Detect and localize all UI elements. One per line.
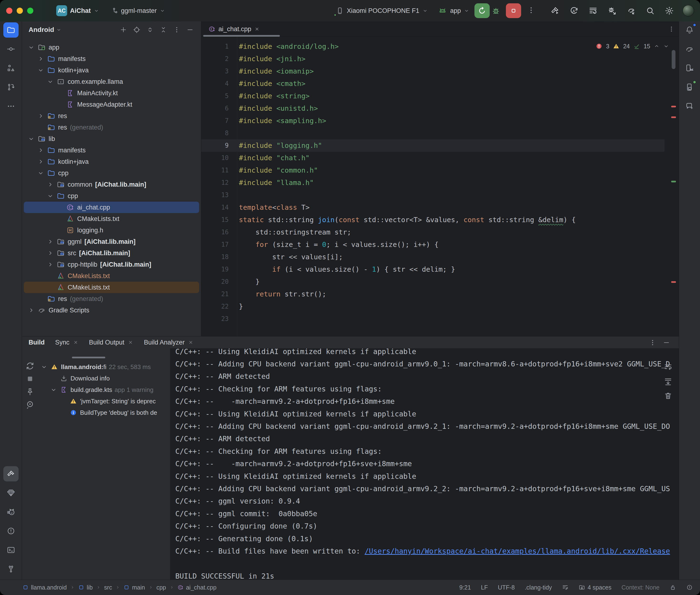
pull-requests-tool-button[interactable] — [3, 80, 19, 95]
minimize-window-button[interactable] — [17, 8, 23, 14]
code-line[interactable]: 18 str << values[i]; — [201, 251, 665, 263]
add-icon[interactable] — [119, 26, 127, 34]
build-tree-row[interactable]: build.gradle.ktsapp 1 warning — [38, 384, 170, 395]
tree-row[interactable]: res(generated) — [24, 293, 199, 305]
stop-button[interactable] — [506, 3, 521, 18]
tree-row[interactable]: CMakeLists.txt — [24, 270, 199, 282]
gradle-tool-button[interactable] — [682, 41, 697, 57]
commit-tool-button[interactable] — [3, 41, 19, 57]
quality-insights-tool-button[interactable] — [3, 485, 19, 501]
error-stripe[interactable] — [670, 39, 677, 336]
editor-scrollbar[interactable] — [672, 50, 675, 69]
run-configuration[interactable]: app — [438, 0, 470, 22]
build-tree-row[interactable]: BuildType 'debug' is both de — [38, 407, 170, 418]
code-line[interactable]: 4#include <cmath> — [201, 77, 665, 90]
tree-row[interactable]: cpp — [24, 190, 199, 202]
tree-row[interactable]: kotlin+java — [24, 64, 199, 76]
code-line[interactable]: 10#include "chat.h" — [201, 152, 665, 164]
tree-row[interactable]: lib — [24, 133, 199, 144]
debug-button[interactable] — [491, 6, 501, 16]
build-tree-scrollbar[interactable] — [72, 357, 105, 358]
tree-row[interactable]: MainActivity.kt — [24, 87, 199, 99]
code-line[interactable]: 2#include <jni.h> — [201, 53, 665, 65]
tree-row[interactable]: Cai_chat.cpp — [24, 202, 199, 213]
tab-ai-chat-cpp[interactable]: C ai_chat.cpp — [203, 22, 265, 37]
build-variants-icon[interactable] — [588, 6, 598, 16]
build-tab-build-output[interactable]: Build Output — [89, 339, 134, 346]
status-clang-tidy[interactable]: .clang-tidy — [525, 584, 552, 591]
pin-icon[interactable] — [25, 387, 35, 396]
status-inspections-widget[interactable] — [686, 584, 693, 591]
status-caret-position[interactable]: 9:21 — [459, 584, 471, 591]
filter-icon[interactable] — [25, 400, 35, 409]
attach-debugger-icon[interactable] — [607, 6, 617, 16]
build-tab-sync[interactable]: Sync — [55, 339, 79, 346]
breadcrumb-item[interactable]: lib — [78, 584, 93, 591]
collapse-all-icon[interactable] — [160, 26, 167, 34]
tab-options-button[interactable] — [668, 26, 675, 33]
clear-icon[interactable] — [664, 391, 673, 400]
gradle-sync-icon[interactable] — [626, 6, 636, 16]
hide-icon[interactable] — [186, 26, 194, 34]
tree-row[interactable]: res — [24, 110, 199, 122]
tree-row[interactable]: logging.h — [24, 225, 199, 236]
more-actions-button[interactable] — [527, 6, 536, 16]
code-line[interactable]: 15static std::string join(const std::vec… — [201, 214, 665, 226]
build-tab-build-analyzer[interactable]: Build Analyzer — [144, 339, 194, 346]
build-run-icon[interactable] — [550, 6, 560, 16]
tree-row[interactable]: kotlin+java — [24, 156, 199, 167]
tree-row[interactable]: manifests — [24, 144, 199, 156]
search-icon[interactable] — [645, 6, 655, 16]
status-file-encoding[interactable]: UTF-8 — [498, 584, 515, 591]
version-control-tool-button[interactable] — [3, 561, 19, 577]
close-window-button[interactable] — [6, 8, 12, 14]
project-folder-tool-button[interactable] — [3, 22, 19, 38]
tree-row[interactable]: src[AiChat.lib.main] — [24, 247, 199, 259]
project-view-selector[interactable]: Android — [29, 26, 54, 34]
console-link[interactable]: /Users/hanyin/Workspace/ai-chat/examples… — [365, 547, 670, 555]
settings-icon[interactable] — [665, 6, 674, 16]
tree-row[interactable]: manifests — [24, 53, 199, 64]
tree-row[interactable]: CMakeLists.txt — [24, 213, 199, 225]
code-line[interactable]: 8 — [201, 127, 665, 139]
run-button[interactable] — [474, 3, 490, 18]
code-line[interactable]: 21 return str.str(); — [201, 288, 665, 300]
code-line[interactable]: 17 for (size_t i = 0; i < values.size();… — [201, 238, 665, 251]
breadcrumb-item[interactable]: Cai_chat.cpp — [177, 584, 217, 591]
build-tree-row[interactable]: Download info — [38, 373, 170, 384]
sync-code-icon[interactable]: A — [569, 6, 579, 16]
code-line[interactable]: 13 — [201, 189, 665, 201]
status-line-separator[interactable]: LF — [481, 584, 488, 591]
sync-restart-icon[interactable] — [25, 361, 35, 371]
code-line[interactable]: 20 } — [201, 276, 665, 288]
gemini-tool-button[interactable] — [682, 98, 697, 114]
code-line[interactable]: 12#include "llama.h" — [201, 176, 665, 189]
notifications-tool-button[interactable] — [682, 22, 697, 38]
tree-row[interactable]: cpp-httplib[AiChat.lib.main] — [24, 259, 199, 270]
problems-tool-button[interactable] — [3, 523, 19, 539]
tree-row[interactable]: MessageAdapter.kt — [24, 99, 199, 110]
build-options-button[interactable] — [649, 339, 656, 346]
running-devices-tool-button[interactable] — [682, 80, 697, 95]
tree-row[interactable]: cpp — [24, 167, 199, 179]
breadcrumb-item[interactable]: cpp — [157, 584, 166, 591]
avatar[interactable] — [682, 5, 694, 17]
breadcrumb-item[interactable]: llama.android — [22, 584, 67, 591]
code-line[interactable]: 5#include <string> — [201, 90, 665, 102]
code-line[interactable]: 22} — [201, 300, 665, 313]
soft-wrap-icon[interactable] — [664, 363, 673, 372]
breadcrumb-item[interactable]: main — [123, 584, 145, 591]
more-tool-button[interactable] — [3, 98, 19, 114]
status-context[interactable]: Context: None — [621, 584, 660, 591]
tree-row[interactable]: common[AiChat.lib.main] — [24, 179, 199, 190]
code-line[interactable]: 19 if (i < values.size() - 1) { str << d… — [201, 263, 665, 276]
status-code-style[interactable] — [562, 584, 568, 591]
build-tree-row[interactable]: 'jvmTarget: String' is deprec — [38, 395, 170, 407]
vcs-branch-widget[interactable]: ggml-master — [110, 0, 165, 22]
stop-disabled-icon[interactable] — [25, 374, 35, 384]
status-file-lock[interactable] — [670, 584, 676, 591]
scroll-end-icon[interactable] — [664, 377, 673, 386]
tree-row[interactable]: CMakeLists.txt — [24, 282, 199, 293]
zoom-window-button[interactable] — [27, 8, 33, 14]
structure-tool-button[interactable] — [3, 60, 19, 76]
